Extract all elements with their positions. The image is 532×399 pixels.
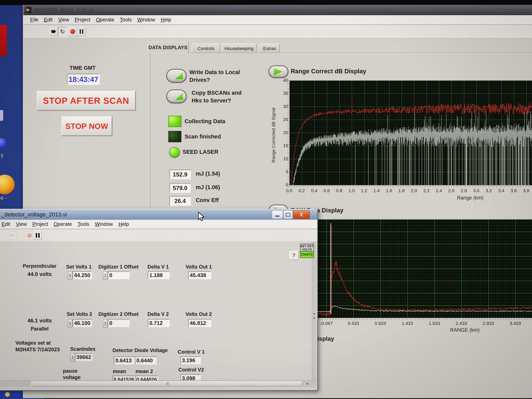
tab-data-displays[interactable]: DATA DISPLAYS — [147, 42, 189, 53]
hscroll-grip-icon — [167, 382, 169, 385]
ytick-top-15: 15 — [277, 143, 288, 148]
top-chart-title: Range Correct dB Display — [291, 68, 366, 75]
hscroll-thumb[interactable] — [31, 381, 302, 386]
main-titlebar[interactable]: M2HATS_Main_3.01.vi — [23, 5, 532, 15]
minimize-button[interactable] — [272, 210, 283, 219]
scan-index-control[interactable]: ▲▼ 39662 — [70, 353, 92, 361]
pause-button[interactable] — [77, 27, 86, 36]
main-menu-help[interactable]: Help — [161, 17, 171, 23]
main-menu-window[interactable]: Window — [137, 17, 155, 23]
stop-now-button[interactable]: STOP NOW — [61, 116, 112, 136]
ytick-top-25: 25 — [277, 117, 288, 122]
write-data-toggle[interactable] — [166, 69, 187, 83]
spinner-icon[interactable]: ▲▼ — [103, 271, 108, 280]
tab-extras[interactable]: Extras — [260, 43, 279, 53]
readout-mj-106-label: mJ (1.06) — [196, 184, 220, 190]
scroll-right-icon[interactable]: ► — [306, 382, 309, 386]
range-correct-toggle[interactable] — [268, 65, 288, 78]
control-v2-value: 3.098 — [180, 374, 201, 380]
desktop-icon-orange-sphere[interactable] — [0, 175, 15, 194]
abort-button[interactable] — [68, 27, 77, 36]
spinner-icon[interactable]: ▲▼ — [68, 319, 72, 328]
readout-conv-eff: 26.4 — [169, 196, 191, 206]
control-v1-label: Control V 1 — [178, 349, 205, 355]
digitizer-1-offset-control[interactable]: ▲▼ 0 — [103, 271, 130, 280]
readout-conv-eff-label: Conv Eff — [196, 197, 219, 203]
chats-button[interactable]: CHATS — [300, 251, 313, 257]
delta-v2-label: Delta V 2 — [146, 311, 170, 317]
det-help-button[interactable]: ? — [289, 251, 298, 260]
detector-menu-tools[interactable]: Tools — [77, 221, 89, 227]
scroll-down-icon[interactable]: ▼ — [313, 317, 316, 320]
detector-menu-edit[interactable]: Edit — [2, 221, 10, 227]
stop-after-scan-label: STOP AFTER SCAN — [43, 96, 129, 106]
control-v1-value: 3.196 — [180, 356, 201, 364]
main-menu-edit[interactable]: Edit — [44, 17, 53, 23]
taskbar-icon-fragment[interactable] — [5, 392, 10, 397]
detector-vscrollbar[interactable]: ▲ ▼ — [312, 241, 317, 380]
readout-mj-106: 579.0 — [169, 183, 191, 193]
det-pause-button[interactable] — [33, 231, 42, 240]
spinner-icon[interactable]: ▲▼ — [103, 319, 108, 328]
volts-out-2-value: 46.812 — [188, 319, 211, 327]
detector-menu-project[interactable]: Project — [32, 221, 48, 227]
collecting-data-led — [168, 116, 181, 127]
detector-menu-operate[interactable]: Operate — [54, 221, 72, 227]
parallel-label: Parallel — [26, 326, 53, 332]
run-button[interactable] — [50, 27, 58, 36]
ytick-top-35: 35 — [277, 91, 288, 96]
chart-top-svg — [290, 81, 532, 185]
detector-menu-view[interactable]: View — [16, 221, 27, 227]
main-menu-operate[interactable]: Operate — [96, 17, 114, 23]
xtick-bottom-0.933: 0.933 — [372, 321, 388, 326]
desktop-icon-blue-orb[interactable] — [0, 138, 6, 148]
mean-value: 0.641526 — [113, 376, 135, 380]
xtick-bottom-1.433: 1.433 — [399, 321, 415, 326]
det-abort-button[interactable] — [25, 231, 33, 240]
tab-controls[interactable]: Controls — [192, 43, 220, 53]
scroll-up-icon[interactable]: ▲ — [313, 312, 316, 315]
main-menu-file[interactable]: File — [30, 17, 38, 23]
digitizer-2-offset-control[interactable]: ▲▼ 0 — [103, 319, 130, 328]
set-volts-2-control[interactable]: ▲▼ 46.100 — [68, 319, 92, 328]
main-menu-tools[interactable]: Tools — [120, 17, 132, 23]
set-det-volts-button[interactable]: SET DET VOLTS CHATS — [300, 244, 314, 258]
voltages-note: Voltages set atM2HATS 7/14/2023 — [15, 340, 60, 353]
spinner-icon[interactable]: ▲▼ — [68, 271, 72, 280]
copy-bscans-toggle[interactable] — [166, 89, 187, 103]
desktop-icon-fragment-white[interactable] — [0, 110, 3, 121]
tab-controls-label: Controls — [198, 46, 215, 51]
close-icon: X — [300, 212, 303, 218]
close-button[interactable]: X — [293, 210, 310, 219]
time-gmt-label: TIME GMT — [67, 65, 98, 71]
tab-data-displays-label: DATA DISPLAYS — [148, 45, 187, 51]
xtick-top-3.8: 3.8 — [518, 188, 532, 193]
detector-menu-window[interactable]: Window — [95, 221, 113, 227]
perpendicular-volts-label: 44.0 volts — [24, 271, 55, 277]
set-volts-2-label: Set Volts 2 — [65, 311, 93, 317]
spinner-icon[interactable]: ▲▼ — [70, 353, 75, 361]
tab-housekeeping[interactable]: Housekeeping — [222, 43, 256, 53]
mean2-label: mean 2 — [136, 368, 153, 374]
main-menu-view[interactable]: View — [58, 17, 69, 23]
volts-out-2-label: Volts Out 2 — [185, 311, 212, 317]
bottom-chart-plot[interactable] — [312, 219, 532, 318]
tab-page-top-edge — [150, 53, 532, 53]
det-run-button[interactable] — [8, 231, 16, 240]
detector-hscrollbar[interactable]: ◄ ► — [0, 380, 316, 387]
run-continuous-button[interactable]: ↻ — [58, 27, 67, 36]
detector-titlebar[interactable]: _detector_voltage_2013.vi — [0, 209, 317, 220]
main-menu-project[interactable]: Project — [75, 17, 90, 23]
mean2-value: 0.644026 — [135, 376, 158, 380]
maximize-button[interactable] — [284, 210, 293, 219]
xtick-bottom-3.433: 3.433 — [507, 321, 523, 326]
volts-out-1-label: Volts Out 1 — [185, 264, 212, 270]
desktop-icon-fragment-red[interactable] — [0, 25, 7, 56]
top-chart-plot[interactable] — [289, 80, 532, 185]
delta-v2-value: 0.712 — [148, 319, 170, 327]
stop-after-scan-button[interactable]: STOP AFTER SCAN — [37, 91, 136, 110]
stop-now-label: STOP NOW — [65, 122, 108, 131]
ytick-top-40: 40 — [277, 78, 288, 83]
detector-menu-help[interactable]: Help — [119, 221, 129, 227]
set-volts-1-control[interactable]: ▲▼ 44.250 — [68, 271, 92, 280]
